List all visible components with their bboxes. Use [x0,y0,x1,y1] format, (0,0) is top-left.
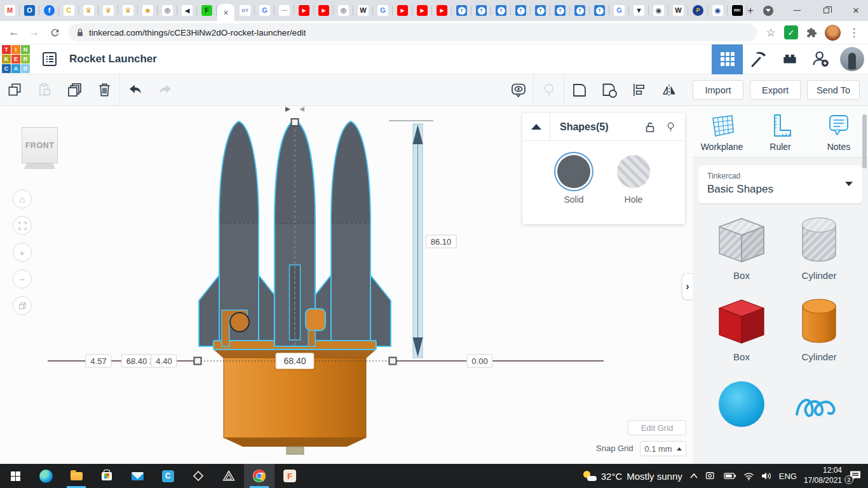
pinned-tab-coolmath[interactable]: C [59,0,79,21]
pinned-tab-youtube[interactable]: ▶ [294,0,314,21]
pinned-tab-globe[interactable]: ⊕ [158,0,177,21]
align-button[interactable] [624,74,654,106]
taskbar-fusion360[interactable]: F [275,464,305,488]
pinned-tab-eye[interactable]: ◉ [708,0,728,21]
bookmark-star-icon[interactable]: ☆ [761,22,781,43]
extensions-puzzle-icon[interactable] [801,22,822,43]
pinned-tab-tinkercad[interactable]: T [531,0,550,21]
ruler-tool[interactable]: Ruler [751,112,810,152]
back-button[interactable]: ← [4,22,24,43]
workplane-tool[interactable]: Workplane [693,112,751,152]
pinned-tab-gt[interactable]: GT [235,0,255,21]
solid-option[interactable]: Solid [557,155,590,205]
notes-tool[interactable]: Notes [810,112,868,152]
view-cube[interactable]: FRONT [22,127,58,163]
shape-cylinder-hole[interactable]: Cylinder [780,215,858,281]
collapse-sidebar-button[interactable]: › [682,273,693,300]
pinned-tab-outlook[interactable]: O [20,0,39,21]
pinned-tab-youtube[interactable]: ▶ [314,0,334,21]
pinned-tab-youtube[interactable]: ▶ [412,0,432,21]
pinned-tab-tinkercad[interactable]: T [452,0,471,21]
pinned-tab-tinkercad[interactable]: T [471,0,491,21]
shape-box-hole[interactable]: Box [703,215,780,281]
perspective-button[interactable] [13,296,32,315]
dashboard-grid-button[interactable] [712,44,743,74]
collapse-panel-button[interactable] [522,113,550,141]
taskbar-diamond-app[interactable] [183,464,214,488]
pinned-tab-prodigy[interactable]: ♛ [79,0,98,21]
meet-now-icon[interactable] [705,471,717,480]
home-view-button[interactable]: ⌂ [13,189,32,208]
pinned-tab-funbrain[interactable]: F [197,0,217,21]
taskbar-store[interactable] [92,464,122,488]
dim-width-b-label[interactable]: 4.40 [151,355,177,368]
reload-button[interactable] [44,22,65,43]
pinned-tab-prodigy[interactable]: ♛ [118,0,138,21]
tray-expand-icon[interactable] [689,473,698,479]
pinned-tab-wikipedia[interactable]: W [668,0,688,21]
minimize-button[interactable] [783,0,812,21]
pinned-tab-facebook[interactable]: f [39,0,59,21]
pinned-tab-prodigy-hat[interactable]: ☻ [138,0,158,21]
invite-button[interactable] [805,44,836,74]
pinned-tab-tinkercad[interactable]: T [570,0,590,21]
design-menu-button[interactable] [39,48,60,70]
unlock-icon[interactable] [644,121,656,133]
zoom-out-button[interactable]: − [13,269,32,288]
dim-width-a-label[interactable]: 68.40 [121,355,153,368]
wifi-icon[interactable] [743,472,754,480]
start-button[interactable] [0,464,31,488]
dim-height-label[interactable]: 86.10 [426,235,457,248]
brick-export-button[interactable] [774,44,805,74]
dim-selected-width-label[interactable]: 68.40 [275,353,314,369]
copy-button[interactable] [0,74,30,106]
address-bar[interactable]: tinkercad.com/things/cCE3HiNw2dO-rocket-… [69,24,757,41]
pinned-tab-tinkercad[interactable]: T [491,0,511,21]
export-button[interactable]: Export [750,80,801,100]
dim-left-label[interactable]: 4.57 [85,355,111,368]
shape-scribble[interactable] [780,377,858,444]
taskbar-mail[interactable] [122,464,153,488]
edit-grid-button[interactable]: Edit Grid [628,420,686,435]
hole-option[interactable]: Hole [617,155,650,205]
shape-box-solid[interactable]: Box [703,296,780,362]
extension-check-icon[interactable]: ✓ [784,25,798,39]
sidebar-scrollbar[interactable] [862,114,867,168]
zoom-in-button[interactable]: + [13,243,32,262]
close-window-button[interactable]: × [841,0,868,21]
minecraft-export-button[interactable] [743,44,774,74]
pinned-tab-drive-dash[interactable]: — [275,0,294,21]
taskbar-chrome[interactable] [244,464,275,488]
light-toggle-button[interactable] [534,74,564,106]
pinned-tab-google[interactable]: G [609,0,629,21]
pinned-tab-gmail[interactable]: M [0,0,20,21]
clock[interactable]: 12:04 17/08/2021 [804,466,842,485]
shape-cylinder-solid[interactable]: Cylinder [780,296,858,362]
pinned-tab-google[interactable]: G [255,0,275,21]
visibility-bulb-icon[interactable] [665,121,676,133]
browser-menu-icon[interactable]: ⋮ [844,22,864,43]
pinned-tab-tinkercad[interactable]: T [511,0,531,21]
weather-widget[interactable]: 32°C Mostly sunny [583,471,682,482]
3d-viewport[interactable]: 4.57 68.40 2 4.40 68.40 0.00 86.10 FRONT… [0,106,693,464]
pinned-tab-tinkercad[interactable]: T [590,0,609,21]
undo-button[interactable] [120,74,150,106]
import-button[interactable]: Import [693,80,743,100]
pinned-tab-globe[interactable]: ⊕ [334,0,353,21]
snap-grid-select[interactable]: 0.1 mm [640,441,686,456]
mirror-button[interactable] [654,74,684,106]
browser-profile-avatar[interactable] [825,25,841,41]
close-tab-icon[interactable]: × [223,8,228,18]
pinned-tab-bbc[interactable]: BBC [728,0,747,21]
pinned-tab-tinkercad[interactable]: T [550,0,570,21]
shape-library-select[interactable]: Tinkercad Basic Shapes [698,165,862,203]
redo-button[interactable] [150,74,180,106]
battery-icon[interactable] [724,472,736,480]
new-tab-button[interactable]: + [747,2,754,20]
pinned-tab-youtube[interactable]: ▶ [393,0,412,21]
pinned-tab-p21[interactable]: P [688,0,708,21]
dim-zero-label[interactable]: 0.00 [466,355,492,368]
taskbar-cura[interactable]: C [153,464,183,488]
pinned-tab-google[interactable]: G [373,0,393,21]
delete-button[interactable] [90,74,119,106]
